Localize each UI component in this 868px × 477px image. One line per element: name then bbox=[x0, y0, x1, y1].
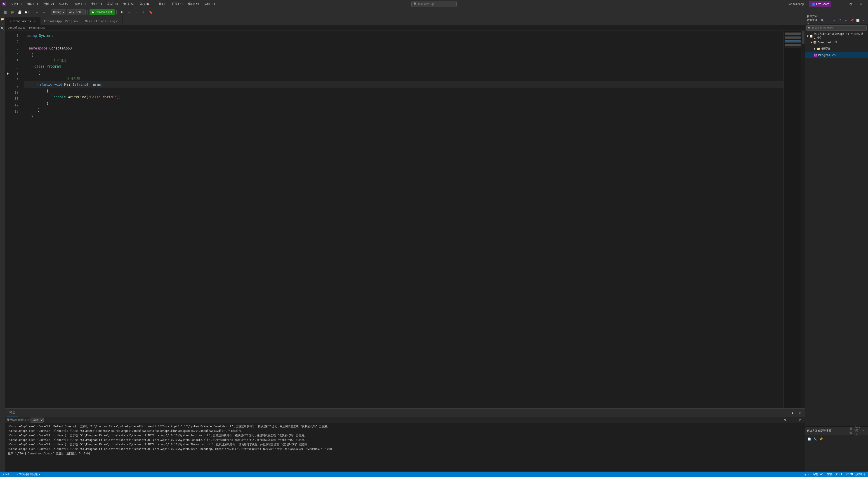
menu-test[interactable]: 测试(S) bbox=[121, 1, 137, 7]
menu-build[interactable]: 生成(B) bbox=[89, 1, 104, 7]
code-content[interactable]: using System ; □ namespace ConsoleApp3 { bbox=[24, 31, 783, 408]
se-settings-btn[interactable]: ⚙ bbox=[844, 18, 848, 23]
breadcrumb: ConsoleApp3 › Program.cs bbox=[5, 25, 805, 31]
se-maximize-btn[interactable]: ⬜ bbox=[855, 18, 860, 23]
prop-icon-2[interactable]: 🔧 bbox=[813, 437, 817, 442]
collapse-namespace[interactable]: □ bbox=[27, 45, 28, 52]
status-line[interactable]: 行:7 bbox=[803, 473, 810, 476]
se-pin-btn[interactable]: 📌 bbox=[849, 18, 855, 23]
line-num-5: 5 bbox=[10, 58, 20, 64]
line-num-11: 11 bbox=[10, 96, 20, 102]
output-clear-btn[interactable]: 🗑 bbox=[782, 417, 788, 423]
menu-git[interactable]: Git(G) bbox=[57, 1, 72, 7]
collapse-class[interactable]: □ bbox=[32, 63, 33, 70]
tab-program-cs[interactable]: C# Program.cs ✕ bbox=[5, 17, 40, 25]
open-btn[interactable]: 📂 bbox=[9, 9, 16, 15]
step-over-btn[interactable]: ⤵ bbox=[126, 9, 132, 15]
prop-icon-3[interactable]: 🔑 bbox=[818, 437, 824, 442]
close-button[interactable]: ✕ bbox=[856, 0, 866, 8]
menu-window[interactable]: 窗口(W) bbox=[186, 1, 202, 7]
panel-close-btn[interactable]: ✕ bbox=[797, 410, 803, 416]
output-line-3: "ConsoleApp3.exe" (CoreCLR: clrhost): 已加… bbox=[8, 433, 802, 438]
activity-git[interactable]: ⑂ bbox=[0, 22, 4, 26]
undo-btn[interactable]: ↩ bbox=[34, 9, 40, 15]
breakpoint-btn[interactable]: ⏺ bbox=[119, 9, 125, 15]
tab-close-0[interactable]: ✕ bbox=[33, 19, 37, 23]
prop-close[interactable]: ✕ bbox=[861, 428, 866, 433]
menu-analyze[interactable]: 分析(N) bbox=[137, 1, 153, 7]
save-btn[interactable]: 💾 bbox=[16, 9, 23, 15]
se-refresh-btn[interactable]: ↻ bbox=[826, 18, 831, 23]
se-search-input[interactable] bbox=[812, 26, 865, 30]
run-button[interactable]: ▶ ConsoleApp3 bbox=[90, 9, 115, 15]
status-errors[interactable]: ⚠ 未找到相关问题 ▾ bbox=[16, 473, 41, 476]
output-toolbar: 显示输出来源(S): 调试 🗑 ⇔ 📌 bbox=[5, 417, 805, 423]
menu-extensions[interactable]: 扩展(X) bbox=[169, 1, 185, 7]
platform-dropdown[interactable]: Any CPU ▾ bbox=[67, 9, 86, 15]
se-filter-btn[interactable]: ⊤ bbox=[838, 18, 843, 23]
panel-up-btn[interactable]: ▲ bbox=[789, 410, 796, 416]
tab-main-args[interactable]: Main(string[] args) bbox=[81, 17, 123, 25]
collapse-method[interactable]: □ bbox=[37, 81, 39, 88]
live-share-button[interactable]: 👥 Live Share bbox=[809, 1, 831, 7]
gutter-13 bbox=[5, 108, 10, 115]
line-num-13: 13 bbox=[10, 108, 20, 115]
editor-scrollbar[interactable] bbox=[802, 31, 805, 408]
app-icon: VS bbox=[2, 2, 6, 6]
line-num-12: 12 bbox=[10, 102, 20, 108]
status-right-label[interactable]: CSDN 远程终端 bbox=[845, 473, 866, 476]
panel-tab-output[interactable]: 输出 bbox=[7, 409, 18, 416]
tab-label-0: Program.cs bbox=[13, 20, 31, 23]
tree-item-dependencies[interactable]: ▶ 📁 依赖项 bbox=[805, 45, 868, 52]
se-collapse-btn[interactable]: ⊟ bbox=[832, 18, 837, 23]
tree-item-program-cs[interactable]: C# Program.cs bbox=[805, 52, 868, 58]
scrollbar-thumb[interactable] bbox=[802, 31, 804, 44]
menu-edit[interactable]: 编辑(E) bbox=[25, 1, 40, 7]
prop-icon-1[interactable]: 📄 bbox=[807, 437, 812, 442]
menu-file[interactable]: 文件(F) bbox=[8, 1, 24, 7]
menu-debug[interactable]: 调试(D) bbox=[105, 1, 121, 7]
minimap-line-12 bbox=[784, 46, 801, 47]
status-zoom[interactable]: 214% ▾ bbox=[2, 473, 13, 476]
solution-explorer-toolbar: 🔍 ↻ ⊟ ⊤ ⚙ 📌 ⬜ ✕ bbox=[820, 18, 866, 23]
se-search-btn[interactable]: 🔍 bbox=[820, 18, 825, 23]
chevron-down-icon: ▾ bbox=[63, 11, 64, 14]
save-all-btn[interactable]: 💾+ bbox=[24, 9, 30, 15]
search-input[interactable] bbox=[418, 2, 455, 6]
cs-icon: C# bbox=[814, 53, 817, 57]
title-bar: VS 文件(F) 编辑(E) 视图(V) Git(G) 项目(P) 生成(B) … bbox=[0, 0, 868, 8]
se-close-btn[interactable]: ✕ bbox=[861, 18, 866, 23]
step-out-btn[interactable]: ↑ bbox=[140, 9, 147, 15]
output-pin-btn[interactable]: 📌 bbox=[797, 417, 803, 423]
search-box[interactable]: 🔍 bbox=[411, 1, 457, 7]
activity-solution-explorer[interactable]: 📁 bbox=[0, 17, 4, 21]
status-encoding[interactable]: CRLF bbox=[835, 473, 844, 476]
output-source-select[interactable]: 调试 bbox=[31, 418, 43, 422]
activity-search[interactable]: 🔍 bbox=[0, 26, 4, 30]
menu-project[interactable]: 项目(P) bbox=[72, 1, 88, 7]
breadcrumb-item-1[interactable]: Program.cs bbox=[29, 26, 45, 29]
code-line-ref-class: 0 个引用 bbox=[24, 58, 783, 63]
tree-item-project[interactable]: ▼ 📦 ConsoleApp3 bbox=[805, 39, 868, 45]
menu-help[interactable]: 帮助(H) bbox=[202, 1, 217, 7]
menu-view[interactable]: 视图(V) bbox=[41, 1, 57, 7]
debug-config-dropdown[interactable]: Debug ▾ bbox=[51, 9, 66, 15]
breadcrumb-item-0[interactable]: ConsoleApp3 bbox=[8, 26, 26, 29]
prop-tab2[interactable]: Git 提交 bbox=[855, 428, 860, 433]
new-file-btn[interactable]: 📄 bbox=[2, 9, 8, 15]
step-into-btn[interactable]: ↓ bbox=[133, 9, 139, 15]
tree-item-solution[interactable]: ▼ 📋 解决方案'ConsoleApp3'(1 个项目/共 1 个) bbox=[805, 33, 868, 39]
maximize-button[interactable]: □ bbox=[845, 0, 856, 8]
status-col[interactable]: 字符:40 bbox=[812, 473, 825, 476]
prop-tab1[interactable]: 属性 bbox=[849, 428, 855, 433]
solution-icon: 📋 bbox=[809, 34, 813, 38]
minimize-button[interactable]: ─ bbox=[835, 0, 845, 8]
tab-consoleapp3-program[interactable]: ConsoleApp3.Program bbox=[40, 17, 82, 25]
status-spaces[interactable]: 空格 bbox=[826, 473, 833, 476]
bookmark-btn[interactable]: 🔖 bbox=[147, 9, 154, 15]
redo-btn[interactable]: ↪ bbox=[41, 9, 47, 15]
output-word-wrap-btn[interactable]: ⇔ bbox=[789, 417, 796, 423]
code-line-10: } bbox=[24, 100, 783, 107]
activity-bar: 📁 ⑂ 🔍 bbox=[0, 16, 5, 472]
menu-tools[interactable]: 工具(T) bbox=[153, 1, 169, 7]
